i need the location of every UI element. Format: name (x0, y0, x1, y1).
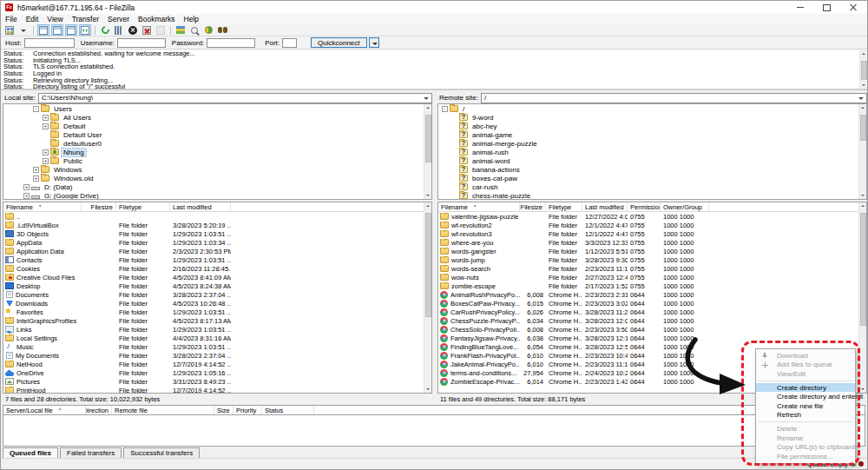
tree-item-abc-hey[interactable]: abc-hey (438, 122, 866, 130)
host-input[interactable] (24, 38, 75, 48)
column-header-filetype[interactable]: Filetype (546, 202, 582, 211)
file-row[interactable]: AppDataFile folder1/29/2023 1:03:34 ... (3, 238, 431, 247)
scroll-thumb[interactable] (861, 61, 867, 80)
tree-item-banana-actions[interactable]: banana-actions (438, 165, 866, 174)
file-row[interactable]: .Ld9VirtualBoxFile folder3/28/2023 5:20:… (3, 221, 431, 229)
menu-item-create-directory[interactable]: Create directory (756, 383, 855, 393)
file-row[interactable]: ContactsFile folder1/29/2023 1:03:51 ... (3, 255, 431, 264)
tree-item-animal-merge-puzzle[interactable]: animal-merge-puzzle (438, 139, 866, 148)
menu-item-download[interactable]: Download (756, 351, 855, 361)
file-row[interactable]: FantasyJigsaw-Privacy...6,038Chrome H...… (438, 334, 866, 342)
tree-item-boxes-cat-paw[interactable]: boxes-cat-paw (438, 174, 866, 182)
tree-item-windows[interactable]: +Windows (3, 165, 431, 174)
scroll-down-icon[interactable] (862, 84, 865, 86)
expander-icon[interactable]: + (33, 175, 39, 182)
file-row[interactable]: where-are-youFile folder3/3/2023 12:33:.… (438, 238, 866, 247)
username-input[interactable] (117, 38, 166, 48)
expander-icon[interactable]: + (23, 193, 30, 199)
toggle-message-log-button[interactable] (37, 24, 49, 36)
menu-help[interactable]: Help (180, 14, 203, 24)
column-header-filesize[interactable]: Filesize (82, 202, 116, 211)
expander-icon[interactable]: - (442, 106, 448, 112)
menu-item-add-files-to-queue[interactable]: Add files to queue (756, 361, 855, 370)
tree-item-animal-game[interactable]: animal-game (438, 130, 866, 139)
file-row[interactable]: FavoritesFile folder1/29/2023 1:03:51 ..… (3, 308, 431, 316)
tree-item-g-google-drive[interactable]: +G: (Google Drive) (3, 191, 431, 200)
file-row[interactable]: valentine-jigsaw-puzzleFile folder12/27/… (438, 212, 866, 221)
tree-item-9-word[interactable]: 9-word (438, 113, 866, 122)
port-input[interactable] (282, 38, 297, 48)
file-row[interactable]: wf-revolution3File folder12/1/2022 4:47:… (438, 229, 866, 238)
scroll-down-icon[interactable] (426, 388, 430, 390)
tree-item-animal-word[interactable]: animal-word (438, 156, 866, 165)
quickconnect-dropdown[interactable] (369, 37, 379, 48)
file-row[interactable]: LinksFile folder1/29/2023 1:03:51 ... (3, 325, 431, 334)
file-row[interactable]: DesktopFile folder4/5/2023 8:24:38 AM (3, 281, 431, 290)
column-header-size[interactable]: Size (214, 406, 233, 414)
column-header-filename[interactable]: Filename (438, 202, 520, 211)
expander-icon[interactable]: + (43, 123, 49, 129)
file-row[interactable]: words-gangsterFile folder1/12/2023 5:51:… (438, 247, 866, 255)
file-row[interactable]: Local SettingsFile folder4/4/2023 8:31:1… (3, 334, 431, 342)
expander-icon[interactable]: + (43, 158, 49, 164)
column-header-filetype[interactable]: Filetype (116, 202, 170, 211)
file-row[interactable]: zombie-escapeFile folder2/17/2023 1:52:.… (438, 281, 866, 290)
column-header-filename[interactable]: Filename (3, 202, 82, 211)
maximize-button[interactable] (813, 1, 840, 14)
toggle-transfer-queue-button[interactable] (79, 24, 91, 36)
file-row[interactable]: Creative Cloud FilesFile folder4/5/2023 … (3, 273, 431, 281)
menu-item-delete[interactable]: Delete (756, 424, 855, 434)
refresh-button[interactable] (99, 24, 111, 36)
find-files-button[interactable] (216, 24, 228, 36)
scroll-down-icon[interactable] (861, 388, 865, 390)
menu-view[interactable]: View (43, 14, 67, 24)
column-header-status[interactable]: Status (262, 406, 314, 414)
file-row[interactable]: MusicFile folder1/29/2023 1:03:51 ... (3, 342, 431, 351)
file-row[interactable]: IntelGraphicsProfilesFile folder4/5/2023… (3, 316, 431, 325)
toggle-local-tree-button[interactable] (51, 24, 63, 36)
scroll-thumb[interactable] (425, 115, 431, 162)
local-site-combobox[interactable]: C:\Users\Nhung\ (38, 93, 432, 103)
column-header-permissions[interactable]: Permissions (628, 202, 661, 211)
menu-item-create-directory-and-enter-it[interactable]: Create directory and enter it (756, 392, 855, 401)
tree-item-car-rush[interactable]: car-rush (438, 182, 866, 191)
file-row[interactable]: wow-nutsFile folder2/27/2023 12:4...0755… (438, 273, 866, 281)
scroll-up-icon[interactable] (861, 107, 865, 109)
tree-item-nhung[interactable]: +Nhung (3, 148, 431, 156)
filename-filters-button[interactable] (174, 24, 187, 36)
menu-item-file-permissions[interactable]: File permissions... (756, 452, 855, 461)
remote-site-combobox[interactable]: / (481, 93, 867, 103)
close-button[interactable] (840, 1, 867, 14)
directory-comparison-button[interactable] (188, 24, 201, 36)
scroll-up-icon[interactable] (426, 205, 430, 207)
reconnect-button[interactable] (155, 24, 167, 36)
tree-item-[interactable]: -/ (438, 104, 866, 113)
menu-edit[interactable]: Edit (22, 14, 43, 24)
cancel-operation-button[interactable] (127, 24, 139, 36)
menu-bookmarks[interactable]: Bookmarks (134, 14, 180, 24)
toggle-remote-tree-button[interactable] (65, 24, 77, 36)
remote-list-scrollbar[interactable] (858, 202, 866, 393)
site-manager-button[interactable] (3, 24, 16, 36)
column-header-last-modified[interactable]: Last modified (170, 202, 231, 211)
tree-item-chess-mate-puzzle[interactable]: chess-mate-puzzle (438, 191, 866, 200)
file-row[interactable]: DocumentsFile folder3/28/2023 2:37:04 ..… (3, 290, 431, 299)
tree-item-public[interactable]: +Public (3, 156, 431, 165)
menu-file[interactable]: File (1, 14, 22, 24)
menu-item-copy-url-s-to-clipboard[interactable]: Copy URL(s) to clipboard (756, 442, 855, 452)
password-input[interactable] (207, 38, 255, 48)
scroll-thumb[interactable] (425, 213, 431, 317)
file-row[interactable]: PicturesFile folder3/31/2023 8:49:23 ... (3, 377, 431, 386)
local-tree-scrollbar[interactable] (424, 104, 431, 199)
file-row[interactable]: 3D ObjectsFile folder1/29/2023 1:03:51 .… (3, 229, 431, 238)
synchronized-browsing-button[interactable] (202, 24, 214, 36)
file-row[interactable]: My DocumentsFile folder3/28/2023 2:37:04… (3, 351, 431, 360)
scroll-thumb[interactable] (860, 213, 866, 326)
tree-item-default[interactable]: +Default (3, 122, 431, 130)
file-row[interactable]: .. (3, 212, 431, 221)
site-manager-dropdown-button[interactable] (17, 24, 30, 36)
message-log-scrollbar[interactable] (859, 50, 867, 89)
file-row[interactable]: OneDriveFile folder1/29/2023 1:05:16 ... (3, 368, 431, 377)
menu-item-view-edit[interactable]: View/Edit (756, 369, 855, 379)
minimize-button[interactable] (786, 1, 813, 14)
